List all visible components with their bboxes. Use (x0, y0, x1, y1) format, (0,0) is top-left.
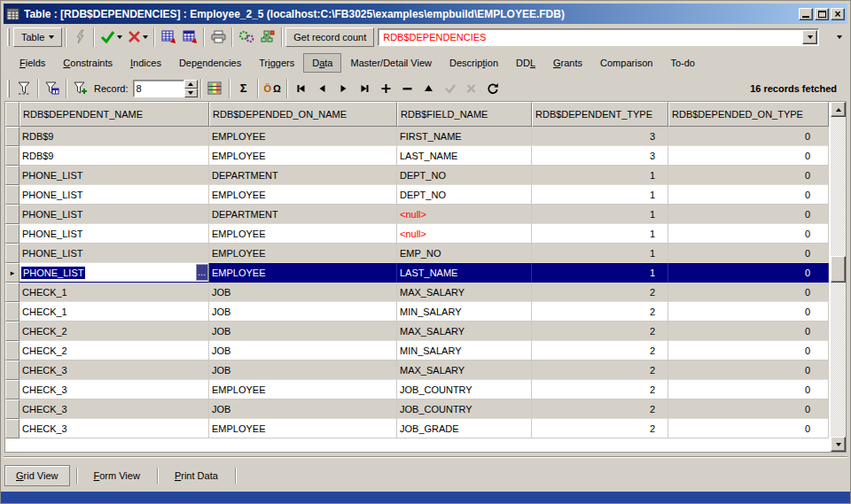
grid-cell[interactable]: EMPLOYEE (209, 263, 397, 283)
column-header-rdb-field-name[interactable]: RDB$FIELD_NAME (397, 102, 532, 127)
grid-cell[interactable]: MAX_SALARY (397, 283, 532, 302)
grid-cell[interactable]: PHONE_LIST (20, 224, 209, 244)
nav-prior-button[interactable] (312, 78, 333, 99)
nav-first-button[interactable] (291, 78, 312, 99)
combo-dropdown-button[interactable] (802, 30, 817, 44)
grid-cell[interactable]: 0 (668, 224, 829, 244)
spin-up-button[interactable] (184, 80, 198, 89)
maximize-button[interactable] (815, 8, 829, 20)
grid-cell[interactable]: <null> (397, 205, 532, 224)
grid-cell[interactable]: 0 (668, 244, 829, 263)
open-data-grid-button[interactable] (158, 27, 179, 48)
transaction-lightning-button[interactable] (69, 27, 90, 48)
get-record-count-button[interactable]: Get record count (285, 27, 374, 47)
grid-options-button[interactable] (205, 78, 226, 99)
view-tab-form-view[interactable]: Form View (83, 466, 151, 485)
tab-ddl[interactable]: DDL (507, 53, 544, 73)
row-indicator[interactable] (5, 166, 20, 185)
grid-cell[interactable]: LAST_NAME (397, 146, 532, 166)
grid-cell[interactable]: JOB_COUNTRY (397, 399, 532, 419)
toolbar-grip[interactable] (7, 28, 10, 46)
row-indicator[interactable] (5, 127, 20, 146)
grid-cell[interactable]: 0 (668, 146, 829, 166)
grid-cell[interactable]: 0 (668, 419, 829, 438)
grid-cell[interactable]: CHECK_3 (20, 361, 209, 380)
grid-cell[interactable]: PHONE_LIST (20, 244, 209, 263)
grid-cell[interactable]: DEPARTMENT (209, 205, 397, 224)
nav-post-button[interactable] (440, 78, 461, 99)
grid-cell[interactable]: 0 (668, 185, 829, 205)
column-header-rdb-depended-on-name[interactable]: RDB$DEPENDED_ON_NAME (209, 102, 397, 127)
grid-cell[interactable]: JOB (209, 399, 397, 419)
title-bar[interactable]: Table : [RDB$DEPENDENCIES] : Employee_2_… (4, 4, 847, 24)
row-indicator[interactable] (5, 361, 20, 380)
grid-cell[interactable]: DEPT_NO (397, 185, 532, 205)
grid-cell[interactable]: CHECK_3 (20, 419, 209, 438)
grid-cell[interactable]: 0 (668, 322, 829, 341)
grid-cell[interactable]: MAX_SALARY (397, 322, 532, 341)
nav-insert-button[interactable] (376, 78, 397, 99)
grid-cell[interactable]: LAST_NAME (397, 263, 532, 283)
column-header-rdb-depended-on-type[interactable]: RDB$DEPENDED_ON_TYPE (668, 102, 829, 127)
nav-refresh-button[interactable] (482, 78, 504, 99)
grid-cell[interactable]: 0 (668, 127, 829, 146)
tab-grants[interactable]: Grants (544, 53, 591, 73)
grid-cell[interactable]: 0 (668, 166, 829, 185)
structure-button[interactable] (257, 27, 278, 48)
grid-cell[interactable]: EMPLOYEE (209, 380, 397, 399)
row-indicator[interactable] (5, 419, 20, 438)
minimize-button[interactable] (799, 8, 813, 20)
grid-cell[interactable]: RDB$9 (20, 127, 209, 146)
grid-cell[interactable]: EMPLOYEE (209, 127, 397, 146)
grid-cell[interactable]: 0 (668, 361, 829, 380)
grid-cell[interactable]: MAX_SALARY (397, 361, 532, 380)
row-indicator[interactable] (5, 244, 20, 263)
blob-view-button[interactable]: ÖΩ (262, 78, 284, 99)
nav-cancel-button[interactable] (461, 78, 482, 99)
row-indicator[interactable] (5, 341, 20, 361)
scroll-down-button[interactable] (831, 437, 846, 452)
view-tab-print-data[interactable]: Print Data (164, 466, 229, 485)
grid-cell[interactable]: 1 (532, 263, 668, 283)
grid-cell[interactable]: 0 (668, 302, 829, 322)
grid-cell[interactable]: JOB (209, 341, 397, 361)
nav-edit-button[interactable] (418, 78, 440, 99)
filter-form-button[interactable] (42, 78, 63, 99)
grid-cell[interactable]: 1 (532, 205, 668, 224)
grid-cell[interactable]: 1 (532, 185, 668, 205)
nav-last-button[interactable] (355, 78, 376, 99)
row-indicator[interactable] (5, 224, 20, 244)
row-indicator[interactable] (5, 205, 20, 224)
tab-fields[interactable]: Fields (11, 53, 54, 73)
grid-cell[interactable]: 3 (532, 146, 668, 166)
grid-cell[interactable]: MIN_SALARY (397, 302, 532, 322)
grid-cell[interactable]: EMPLOYEE (209, 419, 397, 438)
record-number-input[interactable] (133, 80, 184, 97)
grid-cell[interactable]: JOB (209, 302, 397, 322)
tab-dependencies[interactable]: Dependencies (170, 53, 250, 73)
grid-cell[interactable]: JOB (209, 283, 397, 302)
spin-down-button[interactable] (184, 89, 198, 97)
view-tab-grid-view[interactable]: Grid View (4, 465, 70, 486)
row-indicator[interactable] (5, 185, 20, 205)
toolbar-grip[interactable] (7, 80, 10, 97)
grid-cell[interactable]: DEPT_NO (397, 166, 532, 185)
grid-cell[interactable]: EMPLOYEE (209, 146, 397, 166)
grid-cell[interactable]: CHECK_1 (20, 283, 209, 302)
grid-cell[interactable]: 0 (668, 341, 829, 361)
scroll-up-button[interactable] (831, 102, 846, 117)
object-selector-combobox[interactable]: RDB$DEPENDENCIES (378, 28, 819, 46)
nav-delete-button[interactable] (397, 78, 418, 99)
grid-cell[interactable]: PHONE_LIST (20, 185, 209, 205)
grid-cell[interactable]: PHONE_LIST (20, 205, 209, 224)
tab-data[interactable]: Data (303, 53, 341, 73)
grid-cell[interactable]: 0 (668, 399, 829, 419)
cell-editor[interactable]: PHONE_LIST… (20, 263, 209, 283)
rollback-button[interactable] (125, 27, 151, 48)
row-indicator[interactable]: ▸ (5, 263, 20, 283)
row-indicator[interactable] (5, 283, 20, 302)
grid-cell[interactable]: FIRST_NAME (397, 127, 532, 146)
ellipsis-button[interactable]: … (196, 264, 208, 281)
grid-cell[interactable]: 2 (532, 322, 668, 341)
grid-cell[interactable]: MIN_SALARY (397, 341, 532, 361)
